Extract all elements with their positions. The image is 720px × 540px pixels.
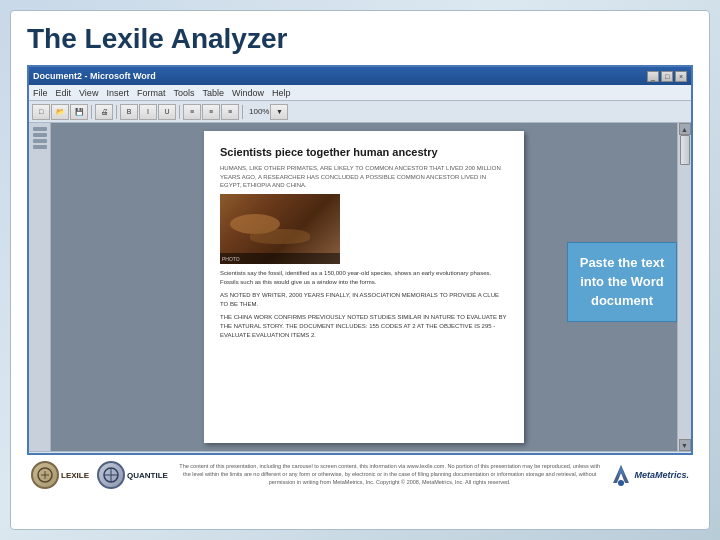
svg-point-8	[618, 480, 624, 486]
bottom-section: LEXILE QUANTILE The conten	[27, 461, 693, 489]
slide-container: The Lexile Analyzer Document2 - Microsof…	[10, 10, 710, 530]
view-print[interactable]: ⊞	[71, 453, 89, 456]
image-caption: PHOTO	[222, 256, 240, 262]
bottom-sep	[111, 454, 112, 456]
metametrics-icon	[611, 463, 631, 487]
toolbar-sep-4	[242, 105, 243, 119]
word-titlebar-text: Document2 - Microsoft Word	[33, 71, 156, 81]
word-titlebar: Document2 - Microsoft Word _ □ ×	[29, 67, 691, 85]
word-window: Document2 - Microsoft Word _ □ × File Ed…	[27, 65, 693, 455]
menu-window[interactable]: Window	[232, 88, 264, 98]
toolbar-save[interactable]: 💾	[70, 104, 88, 120]
toolbar-zoom-dropdown[interactable]: ▼	[270, 104, 288, 120]
toolbar-sep-2	[116, 105, 117, 119]
word-sidebar-left	[29, 123, 51, 451]
view-normal[interactable]: □	[33, 453, 51, 456]
toolbar-sep-3	[179, 105, 180, 119]
metametrics-text: MetaMetrics.	[634, 470, 689, 480]
toolbar-new[interactable]: □	[32, 104, 50, 120]
quantile-circle	[97, 461, 125, 489]
sidebar-marker-3	[33, 139, 47, 143]
toolbar-sep-1	[91, 105, 92, 119]
zoom-level: 100%	[249, 107, 269, 116]
quantile-label: QUANTILE	[127, 471, 168, 480]
scroll-track	[678, 135, 691, 439]
window-controls: _ □ ×	[647, 71, 687, 82]
toolbar-align-left[interactable]: ≡	[183, 104, 201, 120]
word-document-page: Scientists piece together human ancestry…	[204, 131, 524, 443]
toolbar-italic[interactable]: I	[139, 104, 157, 120]
lexile-logo: LEXILE	[31, 461, 89, 489]
article-image: PHOTO	[220, 194, 340, 264]
menu-tools[interactable]: Tools	[173, 88, 194, 98]
word-toolbar: □ 📂 💾 🖨 B I U ≡ ≡ ≡ 100% ▼	[29, 101, 691, 123]
sidebar-marker-1	[33, 127, 47, 131]
article-body-1: Scientists say the fossil, identified as…	[220, 269, 508, 287]
toolbar-underline[interactable]: U	[158, 104, 176, 120]
minimize-button[interactable]: _	[647, 71, 659, 82]
article-byline: HUMANS, LIKE OTHER PRIMATES, ARE LIKELY …	[220, 164, 508, 189]
logos-left: LEXILE QUANTILE	[31, 461, 168, 489]
menu-file[interactable]: File	[33, 88, 48, 98]
article-body-2: AS NOTED BY WRITER, 2000 YEARS FINALLY, …	[220, 291, 508, 309]
menu-view[interactable]: View	[79, 88, 98, 98]
scroll-up-button[interactable]: ▲	[679, 123, 691, 135]
sidebar-marker-2	[33, 133, 47, 137]
sidebar-marker-4	[33, 145, 47, 149]
toolbar-open[interactable]: 📂	[51, 104, 69, 120]
menu-insert[interactable]: Insert	[106, 88, 129, 98]
menu-help[interactable]: Help	[272, 88, 291, 98]
scroll-down-button[interactable]: ▼	[679, 439, 691, 451]
toolbar-bold[interactable]: B	[120, 104, 138, 120]
metametrics-logo: MetaMetrics.	[611, 463, 689, 487]
slide-title: The Lexile Analyzer	[27, 23, 693, 55]
menu-edit[interactable]: Edit	[56, 88, 72, 98]
close-button[interactable]: ×	[675, 71, 687, 82]
word-menubar: File Edit View Insert Format Tools Table…	[29, 85, 691, 101]
toolbar-print[interactable]: 🖨	[95, 104, 113, 120]
word-scrollbar: ▲ ▼	[677, 123, 691, 451]
view-web[interactable]: 🌐	[52, 453, 70, 456]
svg-marker-7	[617, 465, 625, 477]
disclaimer-text: The content of this presentation, includ…	[168, 463, 612, 486]
view-outline[interactable]: ≡	[90, 453, 108, 456]
quantile-logo: QUANTILE	[97, 461, 168, 489]
article-body-3: THE CHINA WORK CONFIRMS PREVIOUSLY NOTED…	[220, 313, 508, 340]
maximize-button[interactable]: □	[661, 71, 673, 82]
tooltip-box: Paste the text into the Word document	[567, 242, 677, 322]
menu-table[interactable]: Table	[202, 88, 224, 98]
toolbar-align-center[interactable]: ≡	[202, 104, 220, 120]
menu-format[interactable]: Format	[137, 88, 166, 98]
tooltip-text: Paste the text into the Word document	[580, 255, 665, 308]
lexile-circle	[31, 461, 59, 489]
toolbar-align-right[interactable]: ≡	[221, 104, 239, 120]
lexile-label: LEXILE	[61, 471, 89, 480]
scroll-thumb[interactable]	[680, 135, 690, 165]
word-bottom-bar: □ 🌐 ⊞ ≡ Page 1 of 1	[29, 451, 691, 455]
article-headline: Scientists piece together human ancestry	[220, 145, 508, 159]
